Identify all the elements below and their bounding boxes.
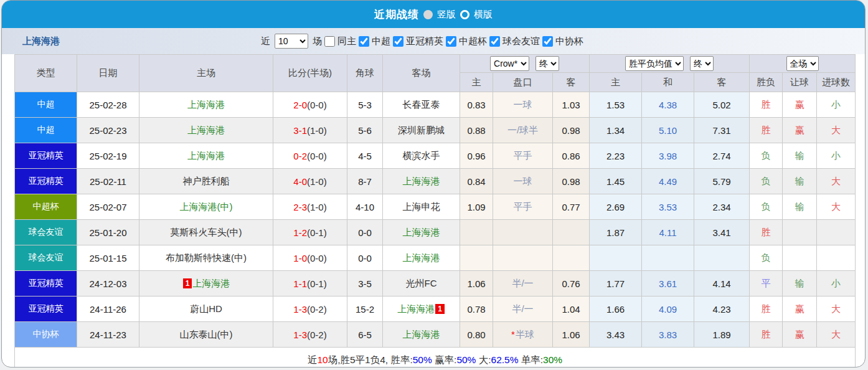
- handicap-text: 平手: [514, 150, 532, 161]
- table-row: 中超25-02-28上海海港2-0(0-0)5-3长春亚泰0.83一球1.031…: [15, 92, 856, 118]
- odds-home-cell: [460, 245, 493, 271]
- summary-part: 30%: [543, 354, 562, 365]
- avg-draw-cell: 3.61: [642, 271, 694, 296]
- result-goals-cell: 大: [817, 322, 856, 348]
- competition-checkbox[interactable]: [489, 36, 500, 47]
- summary-part: 50%: [413, 354, 432, 365]
- score-cell: 2-3(1-0): [273, 194, 347, 220]
- vertical-layout-radio[interactable]: [423, 10, 433, 19]
- away-team-cell: 上海海港1: [383, 296, 460, 322]
- avg-state-select[interactable]: 终: [690, 56, 714, 71]
- result-handicap-cell: 输: [783, 194, 817, 220]
- team-name-text: 莫斯科火车头(中): [171, 227, 242, 237]
- home-team-cell: 1上海海港: [139, 271, 273, 296]
- away-team-cell: 上海海港: [383, 220, 460, 245]
- team-name-text: 上海海港: [403, 252, 440, 263]
- table-row: 亚冠精英25-02-11神户胜利船4-0(1-0)8-7上海海港0.84一球0.…: [15, 169, 856, 194]
- same-home-label: 同主: [337, 36, 356, 47]
- result-goals-cell: 大: [817, 169, 856, 194]
- avg-away-cell: 7.31: [694, 118, 750, 143]
- table-row: 亚冠精英25-02-19上海海港0-2(0-0)4-5横滨水手0.96平手0.8…: [15, 143, 856, 169]
- handicap-cell: 一球: [493, 169, 553, 194]
- handicap-text: 半球: [516, 329, 534, 339]
- result-handicap-text: 输: [795, 150, 804, 161]
- table-row: 亚冠精英24-11-26蔚山HD1-3(0-2)15-2上海海港10.78半/一…: [15, 296, 856, 322]
- bookmaker-select[interactable]: Crow*: [490, 56, 529, 71]
- result-wdl-cell: 负: [750, 169, 783, 194]
- home-team-cell: 山东泰山(中): [139, 322, 273, 348]
- fulltime-score: 1-3: [293, 330, 307, 340]
- odds-away-cell: 0.98: [553, 118, 590, 143]
- competition-checkbox[interactable]: [542, 36, 553, 47]
- near-count-select[interactable]: 10: [275, 34, 308, 49]
- filter-controls: 近 10 场 同主 中超亚冠精英中超杯球会友谊中协杯: [260, 34, 584, 49]
- halftime-score: (1-0): [307, 176, 327, 187]
- col-header-type: 类型: [15, 55, 77, 92]
- odds-home-cell: 0.83: [460, 92, 493, 118]
- summary-text: 近10场,胜5平1负4, 胜率:50% 赢率:50% 大:62.5% 单率:30…: [308, 354, 562, 365]
- team-name-text: 深圳新鹏城: [398, 125, 445, 135]
- scope-select-group: 全场: [750, 55, 856, 73]
- avg-draw-cell: 4.38: [642, 92, 694, 118]
- avg-home-cell: 3.43: [590, 322, 642, 348]
- corners-cell: 4-5: [347, 143, 383, 169]
- odds-away-cell: 1.06: [553, 322, 590, 348]
- bookmaker-state-select[interactable]: 终: [535, 56, 559, 71]
- scope-select[interactable]: 全场: [786, 56, 819, 71]
- home-team-cell: 上海海港(中): [139, 194, 273, 220]
- match-type-badge: 中协杯: [15, 322, 77, 348]
- summary-part: 大:: [476, 354, 491, 365]
- result-wdl-text: 负: [762, 150, 771, 161]
- score-cell: 1-3(0-2): [273, 322, 347, 348]
- fulltime-score: 1-3: [293, 304, 307, 315]
- team-name-text: 山东泰山(中): [180, 329, 233, 339]
- odds-home-cell: 0.88: [460, 118, 493, 143]
- team-name-text: 长春亚泰: [403, 99, 440, 110]
- odds-home-cell: 0.96: [460, 143, 493, 169]
- result-wdl-cell: 负: [750, 194, 783, 220]
- competition-checkbox[interactable]: [359, 36, 369, 47]
- same-home-checkbox[interactable]: [324, 36, 335, 47]
- summary-part: 10: [317, 354, 328, 365]
- horizontal-layout-radio[interactable]: [460, 10, 469, 19]
- result-wdl-text: 负: [762, 201, 771, 212]
- fulltime-score: 1-2: [293, 227, 307, 238]
- avg-away-cell: 1.89: [694, 322, 750, 348]
- result-handicap-cell: 赢: [783, 118, 817, 143]
- col-header-date: 日期: [77, 55, 139, 92]
- result-wdl-cell: 负: [750, 143, 783, 169]
- date-cell: 24-11-26: [77, 296, 139, 322]
- result-wdl-text: 胜: [762, 329, 771, 339]
- result-handicap-cell: 赢: [783, 92, 817, 118]
- halftime-score: (0-0): [307, 151, 327, 161]
- away-team-cell: 上海海港: [383, 169, 460, 194]
- halftime-score: (0-2): [307, 330, 327, 340]
- result-handicap-cell: 输: [783, 271, 817, 296]
- avg-home-cell: 2.23: [590, 143, 642, 169]
- team-name-text: 上海海港: [187, 99, 225, 110]
- table-row: 中超25-02-23上海海港3-1(1-0)5-6深圳新鹏城0.88一/球半0.…: [15, 118, 856, 143]
- vertical-layout-label[interactable]: 竖版: [437, 9, 456, 21]
- avg-away-cell: 4.23: [694, 296, 750, 322]
- fulltime-score: 2-3: [293, 202, 307, 212]
- col-header-corners: 角球: [347, 55, 383, 92]
- date-cell: 24-12-03: [77, 271, 139, 296]
- odds-home-cell: 1.06: [460, 271, 493, 296]
- col-header-avg-away: 客: [694, 73, 750, 92]
- avg-odds-select[interactable]: 胜平负均值: [625, 56, 684, 71]
- halftime-score: (0-0): [307, 253, 327, 263]
- competition-checkbox[interactable]: [446, 36, 456, 47]
- team-name: 上海海港: [22, 36, 60, 47]
- result-handicap-text: 输: [795, 278, 804, 288]
- home-team-cell: 莫斯科火车头(中): [139, 220, 273, 245]
- col-header-home: 主场: [139, 55, 273, 92]
- result-wdl-text: 胜: [762, 227, 771, 237]
- table-row: 中协杯24-11-23山东泰山(中)1-3(0-2)6-5上海海港0.80*半球…: [15, 322, 856, 348]
- result-wdl-cell: 平: [750, 271, 783, 296]
- team-name-text: 上海海港: [187, 150, 225, 161]
- date-cell: 25-01-15: [77, 245, 139, 271]
- competition-checkbox[interactable]: [393, 36, 403, 47]
- avg-home-cell: 1.34: [590, 118, 642, 143]
- horizontal-layout-label[interactable]: 横版: [474, 9, 493, 21]
- score-cell: 4-0(1-0): [273, 169, 347, 194]
